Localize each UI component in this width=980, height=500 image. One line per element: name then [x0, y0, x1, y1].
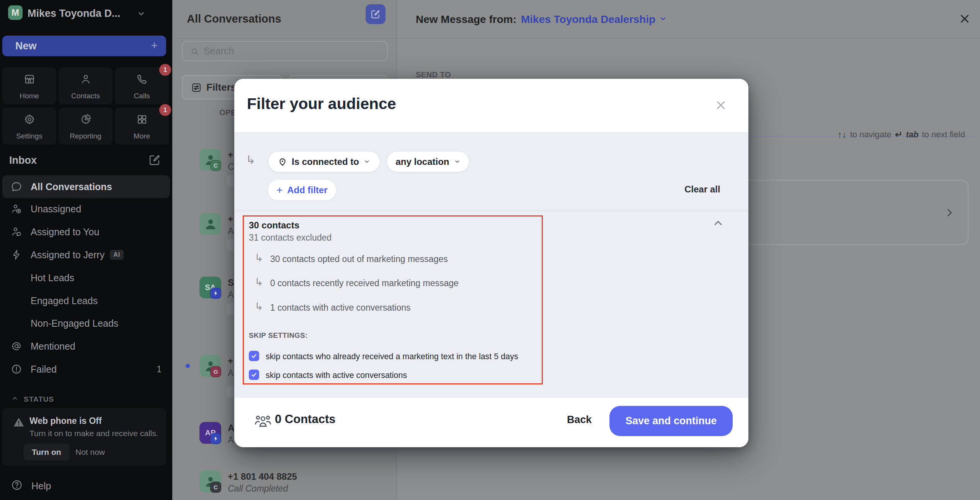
conversation-name: +: [228, 150, 233, 160]
sidebar-item-mentioned[interactable]: Mentioned: [2, 335, 170, 358]
sidebar-item-label: Hot Leads: [31, 272, 74, 283]
conversation-name: +: [228, 214, 233, 225]
breakdown-text: 0 contacts recently received marketing m…: [270, 278, 459, 288]
status-section-header[interactable]: STATUS: [11, 395, 54, 404]
new-button[interactable]: New +: [2, 36, 166, 56]
conversation-preview: A: [228, 290, 234, 300]
add-filter-button[interactable]: + Add filter: [268, 180, 336, 200]
hint-text: to navigate: [850, 130, 892, 140]
unread-dot: [186, 364, 190, 368]
modal-footer: 0 Contacts Back Save and continue: [234, 398, 748, 447]
search-input[interactable]: [204, 42, 384, 60]
filter-operator-dropdown[interactable]: Is connected to: [268, 151, 380, 172]
breakdown-text: 30 contacts opted out of marketing messa…: [270, 254, 448, 264]
sidebar-item-assigned-to-you[interactable]: Assigned to You: [2, 220, 170, 243]
sender-selector[interactable]: Mikes Toyonda Dealership: [521, 13, 655, 26]
contact-avatar: [199, 213, 221, 235]
question-circle-icon: [11, 479, 23, 493]
chevron-down-icon[interactable]: [659, 15, 667, 24]
footer-contacts-count: 0 Contacts: [275, 412, 335, 426]
location-pin-icon: [278, 157, 287, 166]
home-icon: [2, 73, 56, 85]
search-box[interactable]: [182, 41, 388, 61]
filters-icon: [191, 82, 202, 93]
filters-label: Filters: [206, 76, 236, 99]
clear-all-button[interactable]: Clear all: [684, 184, 720, 195]
sidebar-item-label: Mentioned: [31, 341, 75, 352]
chevron-up-icon: [11, 395, 18, 404]
chevron-down-icon: [364, 158, 370, 166]
save-and-continue-button[interactable]: Save and continue: [609, 406, 733, 436]
collapse-chevron-icon[interactable]: [712, 217, 724, 231]
person-chat-icon: [11, 226, 22, 238]
plus-icon: +: [151, 36, 158, 55]
plus-icon: +: [276, 184, 283, 196]
pie-chart-icon: [59, 114, 113, 125]
nav-tile-home[interactable]: Home: [2, 67, 56, 104]
warning-triangle-icon: [13, 416, 25, 430]
breakdown-row: ↳ 30 contacts opted out of marketing mes…: [255, 254, 448, 264]
new-button-label: New: [15, 36, 37, 56]
skip-settings-label: SKIP SETTINGS:: [249, 331, 308, 340]
sidebar-item-label: Engaged Leads: [31, 295, 98, 306]
modal-divider: [234, 211, 748, 211]
nav-tile-calls[interactable]: Calls 1: [115, 67, 169, 104]
nav-tile-label: Contacts: [59, 92, 113, 100]
chevron-down-icon[interactable]: [137, 10, 145, 20]
nav-tile-label: More: [115, 132, 169, 140]
add-filter-label: Add filter: [287, 185, 327, 195]
conversation-name: +: [228, 356, 233, 366]
skip-marketing-checkbox[interactable]: [249, 351, 259, 361]
conversation-row[interactable]: C +1 801 404 8825 Call Completed: [172, 471, 397, 500]
nav-tile-reporting[interactable]: Reporting: [59, 107, 113, 145]
sidebar-item-assigned-to-jerry[interactable]: Assigned to Jerry AI: [2, 243, 170, 266]
sidebar-item-label: Non-Engaged Leads: [31, 318, 118, 329]
turn-on-button[interactable]: Turn on: [23, 444, 70, 461]
new-message-header: New Message from: Mikes Toyonda Dealersh…: [397, 0, 980, 39]
workspace-name[interactable]: Mikes Toyonda D...: [28, 8, 121, 20]
sidebar-item-engaged-leads[interactable]: Engaged Leads: [2, 289, 170, 312]
back-button[interactable]: Back: [567, 414, 592, 426]
compose-icon: [371, 9, 381, 19]
hint-text: to next field: [922, 130, 965, 140]
sidebar-item-unassigned[interactable]: Unassigned: [2, 197, 170, 220]
sidebar-item-non-engaged-leads[interactable]: Non-Engaged Leads: [2, 312, 170, 335]
contact-source-badge: G: [210, 366, 221, 377]
nav-tile-more[interactable]: More 1: [115, 107, 169, 145]
help-button[interactable]: Help: [11, 479, 51, 493]
automation-badge: [210, 288, 221, 299]
send-to-label: SEND TO: [416, 70, 451, 79]
chat-bubble-icon: [11, 181, 22, 192]
conversation-preview: Call Completed: [228, 484, 288, 494]
not-now-button[interactable]: Not now: [75, 448, 105, 457]
modal-close-icon[interactable]: [715, 99, 727, 112]
elbow-arrow-icon: ↳: [246, 154, 255, 166]
filter-value-dropdown[interactable]: any location: [387, 151, 469, 172]
enter-key-icon: ↵: [895, 129, 902, 140]
person-icon: [203, 217, 218, 232]
status-section-label: STATUS: [24, 395, 54, 404]
skip-active-convos-checkbox[interactable]: [249, 370, 259, 380]
close-icon[interactable]: [959, 13, 970, 26]
conversation-preview: A: [228, 435, 234, 445]
nav-tile-settings[interactable]: Settings: [2, 107, 56, 145]
filter-operator-value: Is connected to: [292, 156, 359, 167]
new-message-from-label: New Message from:: [416, 13, 516, 26]
chevron-right-icon[interactable]: [944, 207, 955, 220]
new-message-button[interactable]: [366, 4, 385, 24]
sidebar-item-all-conversations[interactable]: All Conversations: [2, 175, 170, 198]
breakdown-row: ↳ 1 contacts with active conversations: [255, 303, 411, 313]
elbow-arrow-icon: ↳: [255, 301, 263, 312]
more-badge: 1: [159, 104, 171, 116]
webphone-description: Turn it on to make and receive calls.: [29, 429, 158, 438]
alert-circle-icon: [11, 363, 22, 375]
compose-icon[interactable]: [149, 154, 161, 168]
sidebar-item-hot-leads[interactable]: Hot Leads: [2, 266, 170, 289]
sidebar-item-label: All Conversations: [31, 181, 112, 192]
sidebar-item-failed[interactable]: Failed 1: [2, 358, 170, 381]
modal-header: Filter your audience: [234, 79, 748, 132]
sidebar-item-label: Assigned to You: [31, 226, 99, 238]
workspace-avatar[interactable]: M: [8, 5, 23, 20]
lightning-icon: [213, 436, 219, 441]
nav-tile-contacts[interactable]: Contacts: [59, 67, 113, 104]
